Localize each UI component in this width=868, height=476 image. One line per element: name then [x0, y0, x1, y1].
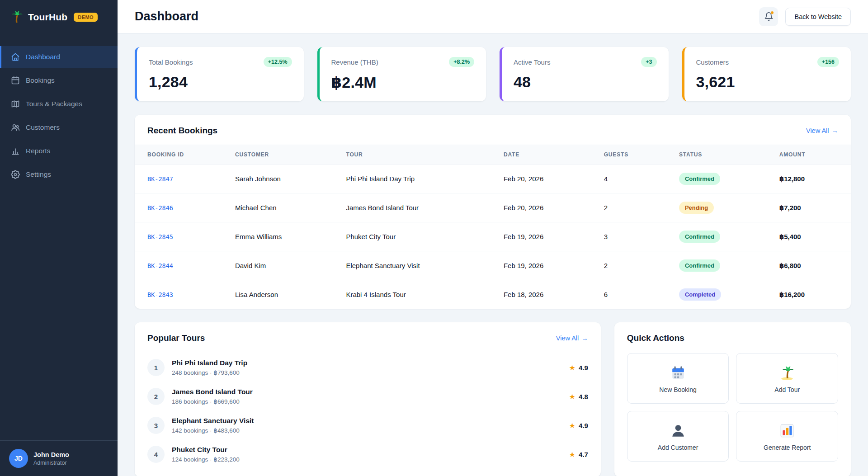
sidebar-item-settings[interactable]: Settings: [0, 164, 118, 185]
cell-guests: 4: [597, 165, 672, 193]
cell-tour: James Bond Island Tour: [339, 193, 496, 222]
col-amount: AMOUNT: [772, 145, 851, 165]
sidebar-item-label: Customers: [26, 123, 60, 132]
list-item[interactable]: 3 Elephant Sanctuary Visit 142 bookings …: [147, 411, 588, 440]
section-title: Recent Bookings: [147, 126, 217, 136]
cell-date: Feb 20, 2026: [496, 165, 597, 193]
sidebar-item-label: Settings: [26, 170, 51, 179]
map-icon: [11, 99, 20, 108]
table-row: BK-2845 Emma Williams Phuket City Tour F…: [135, 222, 851, 251]
section-title: Quick Actions: [627, 333, 684, 343]
list-item[interactable]: 2 James Bond Island Tour 186 bookings · …: [147, 382, 588, 411]
calendar-icon: [11, 76, 20, 85]
cell-date: Feb 20, 2026: [496, 193, 597, 222]
stat-value: ฿2.4M: [331, 73, 475, 91]
sidebar-item-label: Bookings: [26, 76, 55, 85]
quick-action-label: Generate Report: [764, 444, 811, 451]
back-to-website-button[interactable]: Back to Website: [785, 8, 851, 26]
booking-id-link[interactable]: BK-2847: [147, 175, 173, 183]
quick-actions-header: Quick Actions: [614, 322, 851, 352]
bottom-grid: Popular Tours View All → 1 Phi Phi Islan…: [135, 322, 851, 476]
generate-report-button[interactable]: Generate Report: [736, 411, 838, 462]
sidebar-item-reports[interactable]: Reports: [0, 140, 118, 162]
stat-delta-badge: +12.5%: [264, 57, 292, 67]
person-icon: [670, 423, 686, 438]
sidebar-item-customers[interactable]: Customers: [0, 117, 118, 138]
view-all-tours-link[interactable]: View All →: [556, 335, 588, 342]
status-badge: Confirmed: [679, 259, 720, 272]
quick-actions-grid: New Booking Add Tour: [614, 352, 851, 474]
stat-top: Total Bookings +12.5%: [149, 57, 292, 67]
calendar-color-icon: [670, 365, 686, 381]
new-booking-button[interactable]: New Booking: [627, 353, 729, 404]
cell-tour: Elephant Sanctuary Visit: [339, 251, 496, 280]
col-customer: CUSTOMER: [228, 145, 339, 165]
tour-meta: 186 bookings · ฿669,600: [172, 398, 562, 405]
tour-name: James Bond Island Tour: [172, 388, 562, 396]
stat-value: 3,621: [696, 73, 840, 91]
stat-value: 1,284: [149, 73, 292, 91]
status-badge: Pending: [679, 202, 714, 214]
rating-value: 4.9: [579, 422, 588, 429]
booking-id-link[interactable]: BK-2843: [147, 291, 173, 298]
stat-label: Revenue (THB): [331, 58, 378, 66]
popular-tours-card: Popular Tours View All → 1 Phi Phi Islan…: [135, 322, 601, 476]
rank-badge: 3: [147, 417, 165, 434]
topbar-actions: Back to Website: [759, 7, 851, 26]
stat-label: Customers: [696, 58, 729, 66]
cell-customer: Michael Chen: [228, 193, 339, 222]
users-icon: [11, 123, 20, 132]
star-icon: ★: [569, 450, 576, 459]
home-icon: [11, 52, 20, 61]
booking-id-link[interactable]: BK-2844: [147, 262, 173, 269]
stat-label: Active Tours: [514, 58, 550, 66]
stat-top: Customers +156: [696, 57, 840, 67]
cell-tour: Phi Phi Island Day Trip: [339, 165, 496, 193]
stat-delta-badge: +156: [817, 57, 839, 67]
col-guests: GUESTS: [597, 145, 672, 165]
list-item[interactable]: 1 Phi Phi Island Day Trip 248 bookings ·…: [147, 353, 588, 382]
status-badge: Completed: [679, 288, 721, 301]
col-booking-id: BOOKING ID: [135, 145, 228, 165]
quick-action-label: New Booking: [659, 386, 697, 393]
sidebar-item-bookings[interactable]: Bookings: [0, 70, 118, 91]
table-row: BK-2847 Sarah Johnson Phi Phi Island Day…: [135, 165, 851, 193]
stat-card-active-tours: Active Tours +3 48: [500, 47, 669, 101]
cell-date: Feb 18, 2026: [496, 280, 597, 309]
cell-guests: 3: [597, 222, 672, 251]
view-all-bookings-link[interactable]: View All →: [806, 127, 838, 134]
add-tour-button[interactable]: Add Tour: [736, 353, 838, 404]
star-icon: ★: [569, 392, 576, 401]
gear-icon: [11, 170, 20, 179]
cell-guests: 6: [597, 280, 672, 309]
sidebar-item-dashboard[interactable]: Dashboard: [0, 46, 118, 68]
rank-badge: 4: [147, 446, 165, 463]
notifications-button[interactable]: [759, 7, 778, 26]
cell-customer: Lisa Anderson: [228, 280, 339, 309]
tour-info: Phuket City Tour 124 bookings · ฿223,200: [172, 446, 562, 463]
palm-tree-icon: [9, 10, 24, 24]
col-tour: TOUR: [339, 145, 496, 165]
sidebar-item-tours[interactable]: Tours & Packages: [0, 93, 118, 115]
cell-guests: 2: [597, 193, 672, 222]
quick-action-label: Add Tour: [774, 386, 800, 393]
tour-meta: 124 bookings · ฿223,200: [172, 456, 562, 463]
booking-id-link[interactable]: BK-2846: [147, 204, 173, 212]
tour-meta: 248 bookings · ฿793,600: [172, 369, 562, 376]
sidebar-nav: Dashboard Bookings Tours & Packages Cust…: [0, 46, 118, 440]
bookings-table: BOOKING ID CUSTOMER TOUR DATE GUESTS STA…: [135, 145, 851, 309]
rank-badge: 1: [147, 359, 165, 376]
cell-amount: ฿7,200: [772, 193, 851, 222]
tour-rating: ★ 4.9: [569, 421, 588, 430]
user-profile[interactable]: JD John Demo Administrator: [0, 440, 118, 476]
stat-top: Active Tours +3: [514, 57, 657, 67]
add-customer-button[interactable]: Add Customer: [627, 411, 729, 462]
main-area: Dashboard Back to Website Total Bookings…: [118, 0, 868, 476]
rating-value: 4.9: [579, 364, 588, 372]
list-item[interactable]: 4 Phuket City Tour 124 bookings · ฿223,2…: [147, 440, 588, 469]
booking-id-link[interactable]: BK-2845: [147, 233, 173, 240]
tour-info: Phi Phi Island Day Trip 248 bookings · ฿…: [172, 359, 562, 376]
cell-date: Feb 19, 2026: [496, 222, 597, 251]
tour-rating: ★ 4.7: [569, 450, 588, 459]
user-name: John Demo: [33, 451, 69, 458]
